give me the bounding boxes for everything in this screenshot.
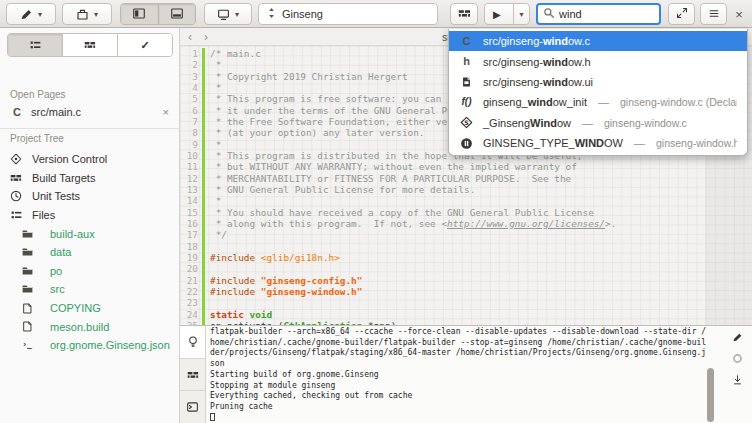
- tree-item[interactable]: Unit Tests: [0, 187, 179, 206]
- search-result-name: ginseng_window_init: [483, 96, 587, 108]
- code-line: 23: [180, 297, 752, 308]
- log-line: Stopping at module ginseng: [210, 381, 752, 392]
- log-controls: [722, 326, 752, 423]
- chevron-down-icon: ▾: [94, 10, 98, 19]
- scroll-end-button[interactable]: [730, 374, 744, 386]
- tree-item[interactable]: build-aux: [0, 224, 179, 243]
- line-number: 21: [180, 275, 198, 286]
- macro-icon: [459, 137, 474, 150]
- panel-bottom-icon: [170, 7, 184, 22]
- search-icon: [543, 7, 555, 21]
- build-log[interactable]: flatpak-builder --arch=x86_64 --ccache -…: [210, 327, 752, 423]
- code-line: 12 * MERCHANTABILITY or FITNESS FOR A PA…: [180, 173, 752, 184]
- tree-item-label: po: [50, 265, 62, 277]
- code-text: *: [205, 139, 221, 150]
- result-separator: —: [598, 96, 609, 108]
- tree-item[interactable]: po: [0, 262, 179, 281]
- line-number: 6: [180, 105, 198, 116]
- terminal-icon: [186, 401, 200, 413]
- build-targets-icon: [9, 172, 23, 184]
- tree-item[interactable]: Build Targets: [0, 169, 179, 188]
- code-line: 21#include "ginseng-config.h": [180, 275, 752, 286]
- toolbar: ▾ ▾ ▾ Ginseng ▶: [0, 0, 752, 28]
- search-result[interactable]: GINSENG_TYPE_WINDOW—ginseng-window.h: [449, 133, 747, 153]
- chevron-down-icon: ▾: [519, 10, 523, 19]
- search-result-name: src/ginseng-window.ui: [483, 76, 593, 88]
- pages-icon: [9, 209, 23, 221]
- open-page-row[interactable]: C src/main.c ×: [0, 102, 179, 122]
- search-input[interactable]: [559, 8, 649, 20]
- log-line: Starting build of org.gnome.Ginseng: [210, 370, 752, 381]
- fullscreen-button[interactable]: [668, 3, 695, 25]
- device-icon: [217, 8, 231, 21]
- build-targets-icon: [83, 39, 97, 51]
- log-line: Everything cached, checking out from cac…: [210, 391, 752, 402]
- struct-icon: S: [459, 116, 474, 129]
- sidebar-tab-0[interactable]: [8, 34, 62, 56]
- tree-item-label: Files: [32, 209, 55, 221]
- tree-item[interactable]: COPYING: [0, 299, 179, 318]
- edit-mode-button[interactable]: ▾: [6, 3, 56, 25]
- search-result[interactable]: src/ginseng-window.ui: [449, 72, 747, 92]
- bottom-panel-tab-2[interactable]: [180, 390, 205, 423]
- line-number: 1: [180, 48, 198, 59]
- tree-item[interactable]: meson.build: [0, 317, 179, 336]
- project-selector[interactable]: Ginseng: [258, 3, 438, 25]
- run-options-button[interactable]: ▾: [513, 4, 529, 24]
- bottom-panel-tab-1[interactable]: [180, 358, 205, 391]
- run-button[interactable]: ▶: [485, 4, 509, 24]
- nav-back-icon[interactable]: ‹: [188, 30, 192, 44]
- scroll-end-icon: [730, 374, 744, 386]
- record-button[interactable]: [730, 353, 744, 364]
- code-text: *: [205, 82, 221, 93]
- device-selector-button[interactable]: ▾: [204, 3, 252, 25]
- search-result-detail: ginseng-window.c (Declaration): [620, 96, 737, 108]
- nav-forward-icon[interactable]: ›: [204, 30, 208, 44]
- log-scrollbar[interactable]: [707, 368, 714, 422]
- line-number: 4: [180, 82, 198, 93]
- menu-button[interactable]: [700, 3, 727, 25]
- line-number: 23: [180, 297, 198, 308]
- chevron-down-icon: ▾: [38, 10, 42, 19]
- code-line: 22#include "ginseng-window.h": [180, 286, 752, 297]
- project-tree: Version ControlBuild TargetsUnit TestsFi…: [0, 150, 179, 355]
- line-number: 20: [180, 263, 198, 274]
- toggle-left-panel-button[interactable]: [121, 4, 158, 24]
- folder-icon: [20, 246, 34, 258]
- line-number: 5: [180, 93, 198, 104]
- close-page-button[interactable]: ×: [163, 106, 169, 118]
- result-separator: —: [582, 117, 593, 129]
- sidebar-tab-2[interactable]: ✓: [117, 34, 172, 56]
- open-page-label: src/main.c: [31, 106, 81, 118]
- folder-icon: [20, 283, 34, 295]
- clear-button[interactable]: [730, 332, 744, 343]
- tree-item[interactable]: ›_org.gnome.Ginseng.json: [0, 336, 179, 355]
- tree-item-label: Build Targets: [32, 172, 95, 184]
- code-text: [205, 263, 210, 274]
- search-result[interactable]: hsrc/ginseng-window.h: [449, 51, 747, 71]
- build-pipeline-button[interactable]: [450, 3, 478, 25]
- tree-item[interactable]: src: [0, 280, 179, 299]
- tree-item-label: Version Control: [32, 153, 107, 165]
- search-result[interactable]: S_GinsengWindow—ginseng-window.c: [449, 113, 747, 133]
- tree-item[interactable]: data: [0, 243, 179, 262]
- line-number: 12: [180, 173, 198, 184]
- code-line: 17 */: [180, 229, 752, 240]
- run-split-button: ▶ ▾: [484, 3, 530, 25]
- line-number: 10: [180, 150, 198, 161]
- code-text: /* main.c: [205, 48, 261, 59]
- search-result[interactable]: Csrc/ginseng-window.c: [449, 31, 747, 51]
- toggle-bottom-panel-button[interactable]: [158, 4, 196, 24]
- tree-item[interactable]: Files: [0, 206, 179, 225]
- tree-item[interactable]: Version Control: [0, 150, 179, 169]
- search-result[interactable]: f()ginseng_window_init—ginseng-window.c …: [449, 92, 747, 112]
- code-text: */: [205, 229, 227, 240]
- panel-toggles: [120, 3, 196, 25]
- sidebar-tab-1[interactable]: [62, 34, 117, 56]
- line-number: 8: [180, 127, 198, 138]
- search-result-name: GINSENG_TYPE_WINDOW: [483, 137, 623, 149]
- export-button[interactable]: ▾: [62, 3, 112, 25]
- bottom-panel-tab-0[interactable]: [180, 326, 205, 358]
- code-text: *: [205, 59, 221, 70]
- window-close-button[interactable]: ×: [730, 3, 748, 25]
